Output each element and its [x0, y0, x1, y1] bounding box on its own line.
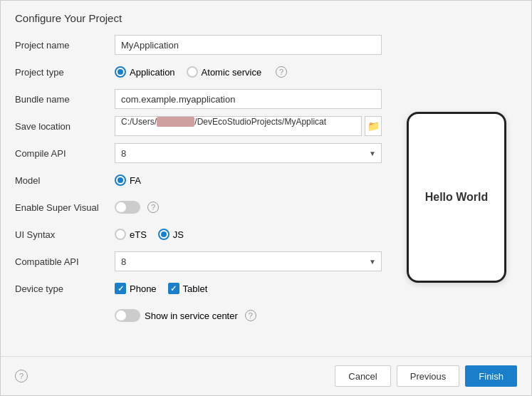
save-location-control: C:/Users/ /DevEcoStudioProjects/MyApplic…: [115, 116, 382, 136]
compile-api-control: 8 9 ▼: [115, 143, 382, 163]
show-service-center-toggle[interactable]: [115, 309, 140, 322]
super-visual-toggle[interactable]: [115, 201, 140, 214]
compatible-api-row: Compatible API 8 9 ▼: [15, 248, 382, 275]
footer-help-icon[interactable]: ?: [15, 370, 28, 382]
enable-super-visual-label: Enable Super Visual: [15, 202, 115, 213]
application-radio[interactable]: [115, 66, 126, 78]
dialog-title: Configure Your Project: [1, 1, 531, 31]
enable-super-visual-control: ?: [115, 201, 382, 214]
model-fa-radio[interactable]: [115, 174, 126, 186]
show-service-center-label: Show in service center: [145, 311, 238, 321]
device-type-group: Phone Tablet: [115, 283, 382, 294]
js-label: JS: [173, 229, 184, 240]
ets-radio[interactable]: [115, 229, 126, 240]
project-type-control: Application Atomic service ?: [115, 66, 382, 78]
enable-super-visual-row: Enable Super Visual ?: [15, 194, 382, 221]
project-type-label: Project type: [15, 67, 115, 78]
project-type-row: Project type Application Atomic service …: [15, 58, 382, 85]
save-location-display: C:/Users/ /DevEcoStudioProjects/MyApplic…: [115, 116, 362, 136]
finish-button[interactable]: Finish: [465, 365, 517, 387]
preview-text: Hello World: [425, 191, 489, 204]
device-type-row: Device type Phone Tablet: [15, 275, 382, 302]
project-name-label: Project name: [15, 40, 115, 51]
js-radio[interactable]: [158, 229, 169, 240]
device-type-label: Device type: [15, 283, 115, 294]
project-type-application[interactable]: Application: [115, 66, 175, 78]
compile-api-select[interactable]: 8 9: [115, 143, 382, 163]
project-type-atomic[interactable]: Atomic service: [187, 66, 262, 78]
ui-syntax-label: UI Syntax: [15, 229, 115, 240]
preview-section: Hello World: [396, 31, 517, 356]
ui-syntax-js[interactable]: JS: [158, 229, 184, 240]
save-location-label: Save location: [15, 121, 115, 132]
model-label: Model: [15, 175, 115, 186]
tablet-label: Tablet: [183, 283, 208, 294]
project-name-input[interactable]: [115, 35, 382, 55]
bundle-name-label: Bundle name: [15, 94, 115, 105]
blurred-username: [157, 117, 194, 127]
phone-preview: Hello World: [407, 112, 506, 283]
ui-syntax-radio-group: eTS JS: [115, 229, 382, 240]
model-row: Model FA: [15, 167, 382, 194]
compatible-api-select-wrapper: 8 9 ▼: [115, 251, 382, 271]
form-section: Project name Project type Application: [15, 31, 382, 356]
dialog-footer: ? Cancel Previous Finish: [1, 356, 531, 395]
device-phone-item[interactable]: Phone: [115, 283, 157, 294]
save-location-row: Save location C:/Users/ /DevEcoStudioPro…: [15, 113, 382, 140]
atomic-label: Atomic service: [202, 67, 262, 78]
ui-syntax-row: UI Syntax eTS JS: [15, 221, 382, 248]
bundle-name-row: Bundle name: [15, 85, 382, 113]
compile-api-label: Compile API: [15, 148, 115, 159]
device-type-control: Phone Tablet: [115, 283, 382, 294]
model-fa-item[interactable]: FA: [115, 174, 141, 186]
compile-api-row: Compile API 8 9 ▼: [15, 140, 382, 167]
project-name-row: Project name: [15, 31, 382, 58]
model-fa-label: FA: [130, 175, 141, 186]
configure-project-dialog: Configure Your Project Project name Proj…: [0, 0, 532, 396]
show-service-center-help-icon[interactable]: ?: [245, 310, 256, 321]
project-name-control: [115, 35, 382, 55]
super-visual-help-icon[interactable]: ?: [147, 202, 159, 213]
compatible-api-select[interactable]: 8 9: [115, 251, 382, 271]
application-label: Application: [130, 67, 175, 78]
compatible-api-label: Compatible API: [15, 256, 115, 267]
compatible-api-control: 8 9 ▼: [115, 251, 382, 271]
compile-api-select-wrapper: 8 9 ▼: [115, 143, 382, 163]
device-tablet-item[interactable]: Tablet: [168, 283, 208, 294]
footer-left: ?: [15, 370, 28, 382]
model-control: FA: [115, 174, 382, 186]
ets-label: eTS: [130, 229, 147, 240]
ui-syntax-control: eTS JS: [115, 229, 382, 240]
footer-right: Cancel Previous Finish: [335, 365, 517, 387]
bundle-name-control: [115, 89, 382, 109]
browse-button[interactable]: 📁: [365, 116, 382, 136]
dialog-body: Project name Project type Application: [1, 31, 531, 356]
atomic-radio[interactable]: [187, 66, 198, 78]
show-service-center-row: Show in service center ?: [15, 302, 382, 329]
tablet-checkbox[interactable]: [168, 283, 179, 294]
ui-syntax-ets[interactable]: eTS: [115, 229, 147, 240]
project-type-radio-group: Application Atomic service ?: [115, 66, 382, 78]
phone-checkbox[interactable]: [115, 283, 126, 294]
bundle-name-input[interactable]: [115, 89, 382, 109]
cancel-button[interactable]: Cancel: [335, 365, 390, 387]
phone-label: Phone: [130, 283, 157, 294]
save-location-wrapper: C:/Users/ /DevEcoStudioProjects/MyApplic…: [115, 116, 382, 136]
previous-button[interactable]: Previous: [397, 365, 460, 387]
project-type-help-icon[interactable]: ?: [276, 66, 287, 78]
show-service-center-control: Show in service center ?: [115, 309, 382, 322]
